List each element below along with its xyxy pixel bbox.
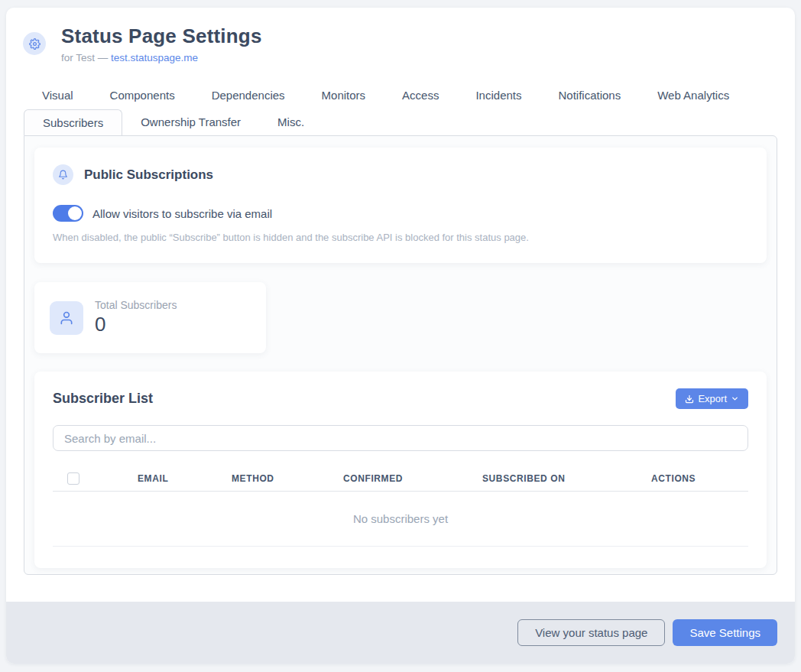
subscribe-toggle[interactable] [53, 205, 83, 222]
public-subscriptions-title: Public Subscriptions [84, 167, 213, 183]
view-status-page-button[interactable]: View your status page [517, 619, 665, 646]
column-header-email: Email [138, 473, 232, 484]
status-page-link[interactable]: test.statuspage.me [111, 52, 198, 63]
select-all-checkbox[interactable] [67, 472, 79, 485]
total-subscribers-value: 0 [95, 313, 177, 336]
total-subscribers-label: Total Subscribers [95, 299, 177, 311]
tab-access[interactable]: Access [384, 83, 457, 108]
status-page-settings-window: Status Page Settings for Test — test.sta… [6, 8, 795, 664]
subscribe-toggle-label: Allow visitors to subscribe via email [92, 207, 272, 220]
download-icon [685, 394, 694, 404]
tab-visual[interactable]: Visual [24, 83, 92, 108]
total-subscribers-card: Total Subscribers 0 [34, 282, 266, 353]
subscribers-tab-panel: Public Subscriptions Allow visitors to s… [24, 135, 777, 575]
tab-web-analytics[interactable]: Web Analytics [639, 83, 747, 108]
tab-subscribers[interactable]: Subscribers [24, 109, 122, 135]
column-header-actions: Actions [651, 473, 748, 484]
gear-icon [23, 32, 46, 55]
subscriber-list-card: Subscriber List Export Email Method Conf… [34, 372, 767, 568]
subtitle-prefix: for Test — [61, 52, 111, 63]
export-button[interactable]: Export [676, 388, 748, 409]
public-subscriptions-card: Public Subscriptions Allow visitors to s… [34, 148, 767, 263]
tab-notifications[interactable]: Notifications [540, 83, 640, 108]
tab-bar-secondary: Subscribers Ownership Transfer Misc. [24, 109, 795, 135]
tab-incidents[interactable]: Incidents [457, 83, 540, 108]
save-settings-button[interactable]: Save Settings [673, 619, 777, 646]
tab-ownership-transfer[interactable]: Ownership Transfer [122, 109, 259, 135]
chevron-down-icon [731, 394, 739, 403]
tab-components[interactable]: Components [92, 83, 193, 108]
tab-bar-primary: Visual Components Dependencies Monitors … [24, 83, 795, 108]
export-button-label: Export [698, 393, 727, 404]
subscribers-table: Email Method Confirmed Subscribed On Act… [53, 466, 748, 547]
column-header-confirmed: Confirmed [343, 473, 482, 484]
person-icon [50, 301, 83, 335]
table-header-row: Email Method Confirmed Subscribed On Act… [53, 466, 748, 492]
column-header-subscribed-on: Subscribed On [482, 473, 651, 484]
page-subtitle: for Test — test.statuspage.me [61, 52, 262, 63]
tab-dependencies[interactable]: Dependencies [193, 83, 303, 108]
tab-monitors[interactable]: Monitors [303, 83, 384, 108]
subscriber-list-title: Subscriber List [53, 391, 153, 407]
search-input[interactable] [53, 425, 748, 451]
column-header-method: Method [232, 473, 343, 484]
bell-icon [53, 164, 73, 185]
page-header: Status Page Settings for Test — test.sta… [6, 8, 795, 63]
tab-misc[interactable]: Misc. [259, 109, 323, 135]
empty-state-text: No subscribers yet [353, 512, 448, 525]
toggle-knob [68, 206, 82, 220]
empty-state-row: No subscribers yet [53, 492, 748, 547]
footer-action-bar: View your status page Save Settings [6, 602, 795, 664]
page-title: Status Page Settings [61, 24, 262, 48]
subscribe-help-text: When disabled, the public “Subscribe” bu… [53, 232, 748, 243]
